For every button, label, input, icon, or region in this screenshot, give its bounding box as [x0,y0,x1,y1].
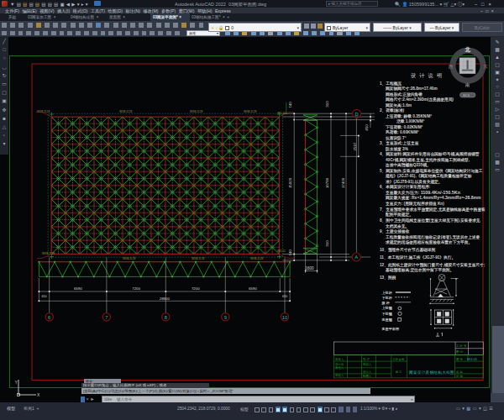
svg-text:南: 南 [465,82,470,87]
svg-text:7200: 7200 [192,286,200,291]
svg-text:WXB-1128: WXB-1128 [250,257,263,260]
svg-text:制图人: 制图人 [363,375,372,378]
svg-text:6: 6 [48,315,50,320]
svg-text:网架轴网尺寸:28.8m×17.40m: 网架轴网尺寸:28.8m×17.40m [386,86,438,92]
svg-text:审核人: 审核人 [335,374,344,377]
svg-text:连接中高强螺栓Q235钢。: 连接中高强螺栓Q235钢。 [385,162,431,168]
svg-text:WJ-01: WJ-01 [467,357,478,361]
svg-text:准》(JGJ78-91),以及有关规定。: 准》(JGJ78-91),以及有关规定。 [386,179,442,185]
svg-text:管 理: 管 理 [363,357,370,361]
svg-text:基础预埋标高;定位在图中留下平面图。: 基础预埋标高;定位在图中留下平面图。 [385,267,454,273]
svg-text:7200: 7200 [132,286,140,291]
svg-text:施 工: 施 工 [396,370,402,374]
svg-text:规程》(JGJ7-91),《网架结构工程质量检验评定标: 规程》(JGJ7-91),《网架结构工程质量检验评定标 [385,173,472,179]
svg-text:5、网架制作,安装,依据电算单位提供《网架结构设计与施工: 5、网架制作,安装,依据电算单位提供《网架结构设计与施工 [380,168,483,174]
svg-text:7、支座预埋件要求水平放置固定,尤其是轴线标高是中跨度装: 7、支座预埋件要求水平放置固定,尤其是轴线标高是中跨度装 [380,207,486,213]
svg-text:支座螺: 支座螺 [381,318,393,323]
svg-text:9、土建交接验收: 9、土建交接验收 [380,228,410,234]
svg-text:网格尺寸:2.4m×2.393m(含悬挑使用局): 网格尺寸:2.4m×2.393m(含悬挑使用局) [386,97,454,102]
svg-text:网架最大挠度: Rx=1.4mm/Ry=4.3mm/Rz=-: 网架最大挠度: Rx=1.4mm/Ry=4.3mm/Rz=-28.8mm [386,195,481,201]
svg-text:配图平面规定。: 配图平面规定。 [386,212,413,218]
svg-text:X: X [37,392,40,397]
svg-text:东: 东 [482,64,488,69]
svg-text:8、图中卫生间电线支座位置(支座大样见下图),安装要求见: 8、图中卫生间电线支座位置(支座大样见下图),安装要求见 [380,218,480,223]
svg-text:求规定的现场使用相应检查验收布置在下方平面。: 求规定的现场使用相应检查验收布置在下方平面。 [385,239,472,245]
svg-text:WXB-1128: WXB-1128 [244,110,256,113]
svg-text:日 期: 日 期 [456,375,463,378]
svg-text:1600: 1600 [305,266,314,270]
svg-text:10、预埋件尺寸在节点基础详图: 10、预埋件尺寸在节点基础详图 [380,247,435,253]
svg-text:A: A [354,255,358,260]
svg-text:11、本工程设计,施工按《JGJ7-91》执行。: 11、本工程设计,施工按《JGJ7-91》执行。 [380,255,455,260]
svg-text:网架矢高:1.6m: 网架矢高:1.6m [386,102,412,108]
svg-text:网格形式:正放四角锥: 网格形式:正放四角锥 [386,92,423,97]
svg-text:腹 杆: 腹 杆 [381,301,391,306]
svg-text:下弦荷载: 0.02KN/M²: 下弦荷载: 0.02KN/M² [385,124,423,130]
svg-text:610: 610 [282,295,287,298]
svg-text:网架设计及钢结构大样图: 网架设计及钢结构大样图 [409,370,454,375]
svg-text:上弦荷载: 静载 0.35KN/M²: 上弦荷载: 静载 0.35KN/M² [385,113,432,119]
svg-text:WXB-1128: WXB-1128 [123,257,135,260]
svg-text:抗震设防 7°: 抗震设防 7° [385,135,407,141]
svg-text:工 程 号: 工 程 号 [456,344,467,348]
svg-text:西: 西 [449,64,454,70]
svg-text:310: 310 [325,240,329,247]
svg-text:10: 10 [282,315,287,320]
svg-text:下弦杆: 下弦杆 [381,296,393,300]
svg-text:WXB-1128: WXB-1128 [42,252,55,255]
svg-text:工程名称: 工程名称 [393,357,406,361]
svg-text:会 签: 会 签 [456,370,463,374]
svg-text:风荷载: 0.60KN/M²: 风荷载: 0.60KN/M² [385,129,419,135]
svg-text:610: 610 [41,295,46,298]
svg-text:设计人: 设计人 [363,370,372,374]
svg-text:活载 1.00KN/M²: 活载 1.00KN/M² [396,119,425,124]
svg-text:1、工程概况: 1、工程概况 [380,81,402,87]
svg-text:450: 450 [365,124,369,131]
svg-text:310: 310 [325,101,329,108]
svg-text:支座平面图: 支座平面图 [381,327,399,331]
svg-text:9: 9 [224,315,227,320]
svg-text:上弦杆: 上弦杆 [382,291,393,295]
svg-text:Y: Y [15,380,18,385]
svg-text:WX-12: WX-12 [277,249,286,253]
svg-text:WXB-1128: WXB-1128 [119,110,132,113]
svg-text:WXB-1128: WXB-1128 [190,110,202,113]
svg-text:支座反力: (用限元程序求得值 Kn): 支座反力: (用限元程序求得值 Kn) [385,201,444,207]
svg-text:8: 8 [165,315,167,320]
svg-text:上弦螺: 上弦螺 [382,306,393,311]
svg-text:工程质量验收按照现行验收记录(有变),无误后在上述要: 工程质量验收按照现行验收记录(有变),无误后在上述要 [385,234,480,240]
svg-text:17400: 17400 [341,177,345,188]
svg-text:13、图例: 13、图例 [380,275,396,281]
svg-text:740: 740 [288,249,292,256]
svg-text:WCS: WCS [463,94,470,97]
svg-text:文档其余见。: 文档其余见。 [385,223,409,229]
svg-text:6590: 6590 [249,286,257,291]
svg-text:校核人: 校核人 [362,363,372,366]
svg-text:28800: 28800 [160,297,171,301]
svg-text:防水坡度 3%: 防水坡度 3% [386,146,409,152]
svg-text:15920: 15920 [288,177,292,188]
svg-text:740: 740 [288,102,292,108]
svg-text:7: 7 [105,315,108,320]
svg-text:设计说明: 设计说明 [411,72,445,79]
svg-text:40Cr钢,网架钢球,支座,支托件按照施工图样成型,: 40Cr钢,网架钢球,支座,支托件按照施工图样成型, [386,157,470,163]
svg-text:D: D [354,112,359,117]
svg-text:下弦螺: 下弦螺 [381,312,393,317]
svg-text:16780: 16780 [325,177,329,188]
svg-text:3、支座形式:上弦支座: 3、支座形式:上弦支座 [380,140,419,146]
svg-text:2597: 2597 [353,142,357,150]
svg-text:责任人: 责任人 [335,366,344,370]
svg-text:审定人: 审定人 [335,358,344,361]
svg-text:图 别: 图 别 [456,350,463,354]
svg-text:2、荷载(标准): 2、荷载(标准) [380,108,405,113]
svg-text:12、此图纸土建设计中预留门窗尺寸,钢梁尺寸安装支座尺寸;: 12、此图纸土建设计中预留门窗尺寸,钢梁尺寸安装支座尺寸; [380,262,486,268]
svg-text:图 号: 图 号 [456,358,463,361]
svg-text:4、网架材料:网架杆件采用符合国标45号钢,高频焊接钢管: 4、网架材料:网架杆件采用符合国标45号钢,高频焊接钢管 [380,151,480,157]
svg-text:北: 北 [465,46,471,53]
svg-text:6590: 6590 [74,286,82,291]
svg-text:WXB-1128: WXB-1128 [192,257,204,260]
